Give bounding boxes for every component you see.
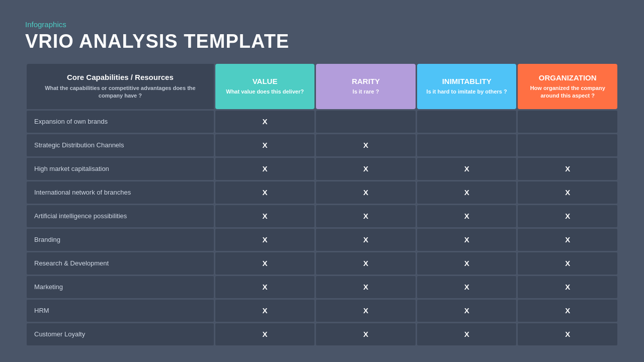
col-header-resource: Core Capabilities / Resources What the c… xyxy=(27,64,214,109)
cell-inimitability: X xyxy=(417,182,517,204)
table-container: Core Capabilities / Resources What the c… xyxy=(25,62,619,352)
table-row: HRMXXXX xyxy=(27,300,617,322)
cell-organization: X xyxy=(518,276,617,298)
cell-value: X xyxy=(215,158,315,180)
cell-resource: Branding xyxy=(27,229,214,251)
cell-value: X xyxy=(215,134,315,156)
table-row: MarketingXXXX xyxy=(27,276,617,298)
cell-resource: International network of branches xyxy=(27,182,214,204)
cell-organization: X xyxy=(518,205,617,227)
cell-inimitability xyxy=(417,134,517,156)
cell-organization: X xyxy=(518,158,617,180)
col-header-rarity: RARITY Is it rare ? xyxy=(316,64,416,109)
cell-value: X xyxy=(215,205,315,227)
cell-inimitability: X xyxy=(417,323,517,345)
cell-organization: X xyxy=(518,323,617,345)
cell-rarity: X xyxy=(316,205,416,227)
cell-value: X xyxy=(215,276,315,298)
cell-inimitability: X xyxy=(417,158,517,180)
cell-resource: Customer Loyalty xyxy=(27,323,214,345)
cell-inimitability: X xyxy=(417,252,517,275)
cell-rarity: X xyxy=(316,323,416,345)
table-row: Expansion of own brandsX xyxy=(27,111,617,133)
col-header-value: VALUE What value does this deliver? xyxy=(215,64,315,109)
header-section: Infographics VRIO ANALYSIS TEMPLATE xyxy=(25,20,619,52)
cell-rarity: X xyxy=(316,252,416,275)
cell-resource: Research & Development xyxy=(27,252,214,275)
col-header-inimitability: INIMITABLITY Is it hard to imitate by ot… xyxy=(417,64,517,109)
cell-organization: X xyxy=(518,300,617,322)
cell-rarity: X xyxy=(316,276,416,298)
cell-organization xyxy=(518,134,617,156)
cell-rarity: X xyxy=(316,300,416,322)
cell-inimitability: X xyxy=(417,300,517,322)
cell-value: X xyxy=(215,252,315,275)
cell-rarity xyxy=(316,111,416,133)
table-row: BrandingXXXX xyxy=(27,229,617,251)
cell-value: X xyxy=(215,182,315,204)
cell-organization: X xyxy=(518,229,617,251)
table-row: Strategic Distribution ChannelsXX xyxy=(27,134,617,156)
table-row: Customer LoyaltyXXXX xyxy=(27,323,617,345)
cell-value: X xyxy=(215,323,315,345)
cell-rarity: X xyxy=(316,158,416,180)
cell-resource: High market capitalisation xyxy=(27,158,214,180)
cell-resource: Expansion of own brands xyxy=(27,111,214,133)
vrio-table: Core Capabilities / Resources What the c… xyxy=(25,62,619,347)
cell-value: X xyxy=(215,229,315,251)
cell-value: X xyxy=(215,300,315,322)
cell-value: X xyxy=(215,111,315,133)
cell-organization xyxy=(518,111,617,133)
cell-resource: HRM xyxy=(27,300,214,322)
table-row: Artificial intelligence possibilitiesXXX… xyxy=(27,205,617,227)
category-label: Infographics xyxy=(25,20,619,29)
cell-rarity: X xyxy=(316,229,416,251)
cell-rarity: X xyxy=(316,182,416,204)
cell-inimitability xyxy=(417,111,517,133)
table-row: International network of branchesXXXX xyxy=(27,182,617,204)
table-row: Research & DevelopmentXXXX xyxy=(27,252,617,275)
cell-inimitability: X xyxy=(417,229,517,251)
page-title: VRIO ANALYSIS TEMPLATE xyxy=(25,31,619,52)
table-row: High market capitalisationXXXX xyxy=(27,158,617,180)
col-header-organization: ORGANIZATION How organized the company a… xyxy=(518,64,617,109)
cell-inimitability: X xyxy=(417,205,517,227)
cell-resource: Marketing xyxy=(27,276,214,298)
cell-organization: X xyxy=(518,252,617,275)
cell-organization: X xyxy=(518,182,617,204)
cell-rarity: X xyxy=(316,134,416,156)
cell-resource: Artificial intelligence possibilities xyxy=(27,205,214,227)
cell-inimitability: X xyxy=(417,276,517,298)
cell-resource: Strategic Distribution Channels xyxy=(27,134,214,156)
